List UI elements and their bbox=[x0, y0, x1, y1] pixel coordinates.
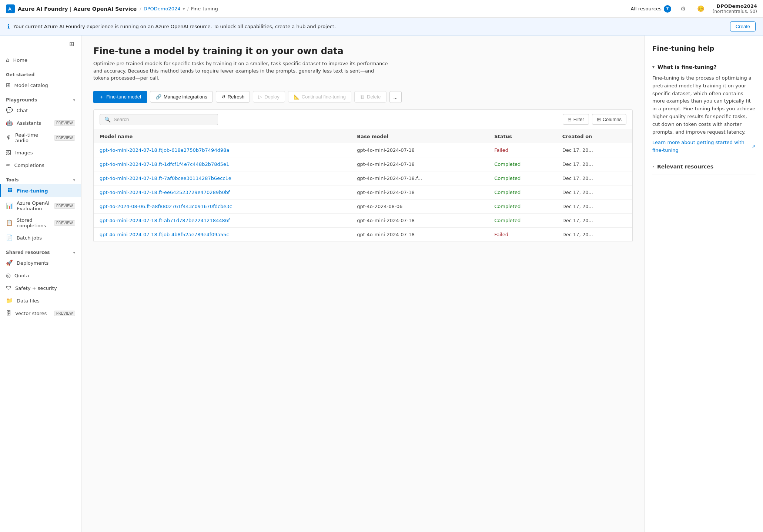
all-resources[interactable]: All resources 7 bbox=[631, 5, 671, 13]
model-name-link[interactable]: gpt-4o-2024-08-06.ft-a8f8802761f443c0916… bbox=[100, 204, 232, 209]
svg-rect-4 bbox=[10, 190, 12, 192]
sidebar-item-assistants[interactable]: 🤖 Assistants PREVIEW bbox=[0, 117, 81, 129]
manage-integrations-button[interactable]: 🔗 Manage integrations bbox=[150, 91, 213, 103]
workspace-name[interactable]: DPODemo2024 bbox=[144, 6, 181, 11]
search-input-wrap[interactable]: 🔍 bbox=[100, 114, 218, 125]
cell-created-on: Dec 17, 20... bbox=[556, 227, 632, 241]
cell-base-model: gpt-4o-mini-2024-07-18 bbox=[351, 157, 488, 171]
toolbar: ＋ Fine-tune model 🔗 Manage integrations … bbox=[93, 91, 633, 103]
table-body: gpt-4o-mini-2024-07-18.ftjob-618e2750b7b… bbox=[94, 143, 632, 241]
fine-tuning-table-container: 🔍 ⊟ Filter ⊞ Columns bbox=[93, 109, 633, 242]
sidebar-item-realtime-audio[interactable]: 🎙 Real-time audio PREVIEW bbox=[0, 129, 81, 146]
refresh-icon: ↺ bbox=[221, 94, 225, 100]
sidebar-item-batch-jobs[interactable]: 📄 Batch jobs bbox=[0, 231, 81, 244]
chat-icon: 💬 bbox=[6, 107, 13, 114]
get-started-header[interactable]: Get started bbox=[0, 69, 81, 79]
cell-model-name[interactable]: gpt-4o-mini-2024-07-18.ft-1dfcf1f4e7c448… bbox=[94, 157, 351, 171]
sidebar-item-home[interactable]: ⌂ Home bbox=[0, 54, 81, 66]
deployments-icon: 🚀 bbox=[6, 260, 13, 266]
cell-base-model: gpt-4o-mini-2024-07-18 bbox=[351, 227, 488, 241]
fine-tuning-learn-link[interactable]: Learn more about getting started with fi… bbox=[652, 139, 756, 154]
cell-model-name[interactable]: gpt-4o-mini-2024-07-18.ft-ee642523729e47… bbox=[94, 185, 351, 199]
sidebar: ⊞ ⌂ Home Get started ⊞ Model catalog Pla… bbox=[0, 36, 81, 532]
batch-jobs-icon: 📄 bbox=[6, 234, 13, 241]
batch-jobs-label: Batch jobs bbox=[17, 235, 75, 241]
col-header-base-model: Base model bbox=[351, 130, 488, 143]
model-catalog-label: Model catalog bbox=[14, 83, 75, 88]
sidebar-item-stored-completions[interactable]: 📋 Stored completions PREVIEW bbox=[0, 214, 81, 231]
delete-button[interactable]: 🗑 Delete bbox=[354, 91, 386, 103]
model-name-link[interactable]: gpt-4o-mini-2024-07-18.ft-ab71d787be2241… bbox=[100, 218, 230, 223]
cell-status: Completed bbox=[488, 171, 556, 185]
cell-model-name[interactable]: gpt-4o-mini-2024-07-18.ft-ab71d787be2241… bbox=[94, 213, 351, 227]
cell-status: Completed bbox=[488, 199, 556, 213]
playgrounds-header[interactable]: Playgrounds ▾ bbox=[0, 94, 81, 104]
sidebar-item-fine-tuning[interactable]: Fine-tuning bbox=[0, 184, 81, 197]
model-name-link[interactable]: gpt-4o-mini-2024-07-18.ft-7af0bcee301142… bbox=[100, 175, 231, 181]
quota-label: Quota bbox=[14, 273, 75, 278]
user-region: (northcentralus, 50) bbox=[713, 9, 757, 14]
assistants-icon: 🤖 bbox=[6, 120, 13, 126]
model-name-link[interactable]: gpt-4o-mini-2024-07-18.ftjob-4b8f52ae789… bbox=[100, 232, 229, 237]
cell-model-name[interactable]: gpt-4o-mini-2024-07-18.ftjob-618e2750b7b… bbox=[94, 143, 351, 157]
columns-button[interactable]: ⊞ Columns bbox=[592, 114, 626, 125]
search-input[interactable] bbox=[114, 117, 213, 122]
cell-status: Completed bbox=[488, 185, 556, 199]
sidebar-item-images[interactable]: 🖼 Images bbox=[0, 146, 81, 159]
accordion-header-2[interactable]: › Relevant resources bbox=[652, 164, 756, 170]
cell-created-on: Dec 17, 20... bbox=[556, 143, 632, 157]
columns-label: Columns bbox=[603, 117, 622, 122]
cell-status: Completed bbox=[488, 213, 556, 227]
sidebar-item-data-files[interactable]: 📁 Data files bbox=[0, 294, 81, 307]
model-catalog-icon: ⊞ bbox=[6, 82, 11, 88]
filter-button[interactable]: ⊟ Filter bbox=[563, 114, 589, 125]
col-header-model-name: Model name bbox=[94, 130, 351, 143]
sidebar-home-section: ⌂ Home bbox=[0, 52, 81, 68]
cell-created-on: Dec 17, 20... bbox=[556, 171, 632, 185]
app-body: ⊞ ⌂ Home Get started ⊞ Model catalog Pla… bbox=[0, 36, 763, 532]
all-resources-label: All resources bbox=[631, 6, 662, 11]
model-name-link[interactable]: gpt-4o-mini-2024-07-18.ft-ee642523729e47… bbox=[100, 190, 230, 195]
fine-tuning-label: Fine-tuning bbox=[17, 188, 75, 194]
sidebar-item-chat[interactable]: 💬 Chat bbox=[0, 104, 81, 117]
cell-model-name[interactable]: gpt-4o-mini-2024-07-18.ft-7af0bcee301142… bbox=[94, 171, 351, 185]
content-area: Fine-tune a model by training it on your… bbox=[81, 36, 645, 532]
assistants-badge: PREVIEW bbox=[54, 120, 75, 126]
cell-base-model: gpt-4o-mini-2024-07-18.f... bbox=[351, 171, 488, 185]
sidebar-toggle-button[interactable]: ⊞ bbox=[66, 39, 77, 49]
continual-label: Continual fine-tuning bbox=[302, 94, 346, 100]
deploy-label: Deploy bbox=[264, 94, 279, 100]
filter-icon: ⊟ bbox=[568, 117, 572, 122]
refresh-label: Refresh bbox=[228, 94, 245, 100]
cell-model-name[interactable]: gpt-4o-2024-08-06.ft-a8f8802761f443c0916… bbox=[94, 199, 351, 213]
svg-rect-3 bbox=[8, 190, 10, 192]
refresh-button[interactable]: ↺ Refresh bbox=[216, 91, 250, 103]
help-button[interactable]: 😊 bbox=[695, 3, 707, 15]
fine-tune-model-button[interactable]: ＋ Fine-tune model bbox=[93, 91, 147, 103]
sidebar-item-quota[interactable]: ◎ Quota bbox=[0, 269, 81, 282]
tools-header[interactable]: Tools ▾ bbox=[0, 174, 81, 184]
accordion-header-1[interactable]: ▾ What is fine-tuning? bbox=[652, 64, 756, 70]
sidebar-item-vector-stores[interactable]: 🗄 Vector stores PREVIEW bbox=[0, 307, 81, 319]
col-header-created-on: Created on bbox=[556, 130, 632, 143]
continual-fine-tuning-button[interactable]: 📐 Continual fine-tuning bbox=[288, 91, 351, 103]
more-options-button[interactable]: ... bbox=[389, 91, 402, 103]
model-name-link[interactable]: gpt-4o-mini-2024-07-18.ftjob-618e2750b7b… bbox=[100, 147, 229, 153]
deploy-button[interactable]: ▷ Deploy bbox=[253, 91, 285, 103]
shared-resources-header[interactable]: Shared resources ▾ bbox=[0, 247, 81, 257]
settings-button[interactable]: ⚙ bbox=[677, 3, 689, 15]
model-name-link[interactable]: gpt-4o-mini-2024-07-18.ft-1dfcf1f4e7c448… bbox=[100, 161, 229, 167]
sidebar-item-deployments[interactable]: 🚀 Deployments bbox=[0, 257, 81, 269]
filter-label: Filter bbox=[573, 117, 584, 122]
fine-tune-model-label: Fine-tune model bbox=[106, 94, 141, 100]
sidebar-item-safety-security[interactable]: 🛡 Safety + security bbox=[0, 282, 81, 294]
sidebar-item-azure-openai-eval[interactable]: 📊 Azure OpenAI Evaluation PREVIEW bbox=[0, 197, 81, 214]
accordion-label-2: Relevant resources bbox=[657, 164, 713, 170]
cell-model-name[interactable]: gpt-4o-mini-2024-07-18.ftjob-4b8f52ae789… bbox=[94, 227, 351, 241]
delete-icon: 🗑 bbox=[360, 94, 365, 100]
sidebar-item-completions[interactable]: ✏ Completions bbox=[0, 159, 81, 171]
topbar-right: All resources 7 ⚙ 😊 DPODemo2024 (northce… bbox=[631, 3, 757, 15]
sidebar-item-model-catalog[interactable]: ⊞ Model catalog bbox=[0, 79, 81, 91]
create-button[interactable]: Create bbox=[730, 21, 756, 31]
cell-base-model: gpt-4o-mini-2024-07-18 bbox=[351, 143, 488, 157]
